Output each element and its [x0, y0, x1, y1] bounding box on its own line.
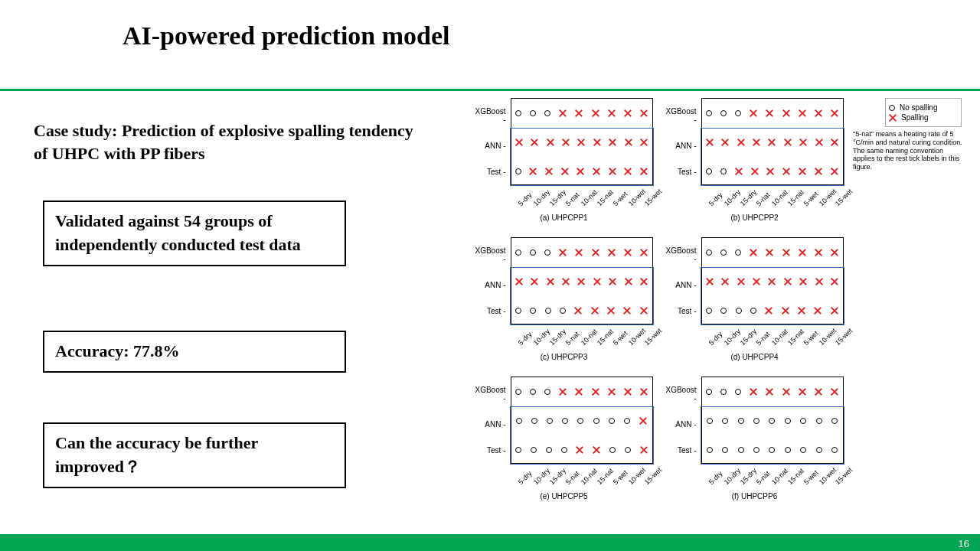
x-tick-label: 15-nat [596, 336, 606, 347]
x-icon [608, 249, 616, 256]
x-tick-label: 5-wet [802, 336, 813, 347]
circle-icon [706, 308, 712, 314]
circle-icon [609, 447, 616, 453]
x-icon [721, 139, 729, 146]
x-icon [531, 139, 538, 146]
circle-icon [800, 418, 806, 424]
x-icon [831, 249, 838, 256]
x-tick-label: 5-wet [612, 336, 622, 347]
x-icon [592, 249, 599, 256]
x-tick-label: 15-dry [548, 336, 559, 347]
x-icon [576, 446, 583, 454]
circle-icon [816, 447, 822, 453]
y-row-label: Test - [666, 446, 697, 455]
x-icon [639, 417, 647, 425]
x-icon [831, 278, 838, 285]
circle-icon [577, 418, 583, 424]
y-row-label: XGBoost - [666, 246, 697, 263]
chart-panel-b: XGBoost -ANN -Test -5-dry10-dry15-dry5-n… [665, 98, 844, 222]
x-tick-label: 5-nat [755, 336, 766, 347]
x-icon [640, 388, 648, 396]
y-row-label: XGBoost - [475, 386, 506, 403]
circle-icon [547, 418, 553, 424]
x-tick-label: 5-dry [707, 336, 718, 347]
circle-icon [515, 308, 521, 314]
x-icon [753, 278, 760, 285]
circle-icon [561, 447, 567, 453]
x-icon [625, 139, 632, 146]
chart-panel-d: XGBoost -ANN -Test -5-dry10-dry15-dry5-n… [665, 237, 844, 361]
panel-caption: (c) UHPCPP3 [541, 353, 588, 361]
x-icon [768, 139, 776, 146]
x-tick-label: 15-nat [596, 475, 606, 486]
x-icon [831, 109, 838, 117]
x-icon [753, 139, 760, 146]
x-icon [831, 139, 838, 146]
chart-panel-a: XGBoost -ANN -Test -5-dry10-dry15-dry5-n… [475, 98, 653, 222]
y-row-label: XGBoost - [666, 386, 697, 403]
circle-icon [720, 249, 727, 256]
x-icon [815, 388, 822, 396]
x-icon [706, 278, 714, 285]
x-icon [815, 278, 823, 285]
x-tick-label: 10-wet [627, 197, 638, 207]
x-icon [766, 168, 774, 175]
x-icon [591, 307, 599, 315]
x-tick-label: 10-wet [818, 336, 828, 347]
x-icon [624, 168, 632, 175]
circle-icon [769, 418, 775, 424]
x-tick-label: 5-wet [612, 475, 622, 486]
circle-icon [530, 389, 536, 395]
x-tick-label: 10-nat [770, 475, 781, 486]
y-row-label: ANN - [666, 142, 697, 150]
x-icon [575, 109, 583, 117]
x-tick-label: 5-nat [755, 475, 766, 486]
x-tick-label: 10-dry [532, 336, 543, 347]
circle-icon [515, 389, 521, 395]
x-tick-label: 15-nat [786, 475, 797, 486]
y-row-label: XGBoost - [666, 107, 697, 124]
x-icon [782, 109, 790, 117]
x-icon [559, 388, 567, 396]
x-icon [831, 307, 838, 315]
x-icon [737, 278, 745, 285]
circle-icon [785, 447, 791, 453]
x-icon [609, 139, 616, 146]
x-tick-label: 15-dry [739, 336, 750, 347]
x-icon [750, 388, 757, 396]
x-tick-label: 10-wet [818, 197, 828, 207]
x-tick-label: 5-wet [802, 475, 813, 486]
x-tick-label: 10-wet [627, 336, 638, 347]
x-icon [547, 278, 554, 285]
x-icon [609, 168, 616, 175]
circle-icon [720, 389, 727, 395]
x-tick-label: 10-nat [770, 336, 781, 347]
x-tick-label: 5-nat [755, 197, 766, 207]
subtitle: Case study: Prediction of explosive spal… [34, 119, 416, 165]
circle-icon [831, 418, 838, 424]
x-icon [640, 307, 648, 315]
circle-icon [706, 168, 712, 174]
x-tick-label: 10-wet [627, 475, 638, 486]
y-row-label: ANN - [666, 420, 697, 429]
x-tick-label: 10-dry [723, 197, 733, 207]
page-title: AI-powered prediction model [122, 21, 450, 51]
x-tick-label: 10-nat [580, 475, 590, 486]
x-tick-label: 10-dry [532, 475, 543, 486]
x-tick-label: 15-wet [834, 336, 844, 347]
circle-icon [738, 447, 744, 453]
circle-icon [707, 447, 713, 453]
y-row-label: Test - [475, 307, 506, 315]
x-tick-label: 5-wet [612, 197, 622, 207]
x-icon [737, 139, 745, 146]
x-icon [593, 446, 600, 454]
x-icon [515, 139, 523, 146]
x-icon [547, 139, 554, 146]
x-icon [784, 278, 792, 285]
circle-icon [769, 447, 775, 453]
x-tick-label: 15-nat [786, 336, 797, 347]
circle-icon [735, 389, 741, 395]
x-icon [799, 109, 806, 117]
x-icon [765, 307, 773, 315]
x-icon [559, 249, 567, 256]
